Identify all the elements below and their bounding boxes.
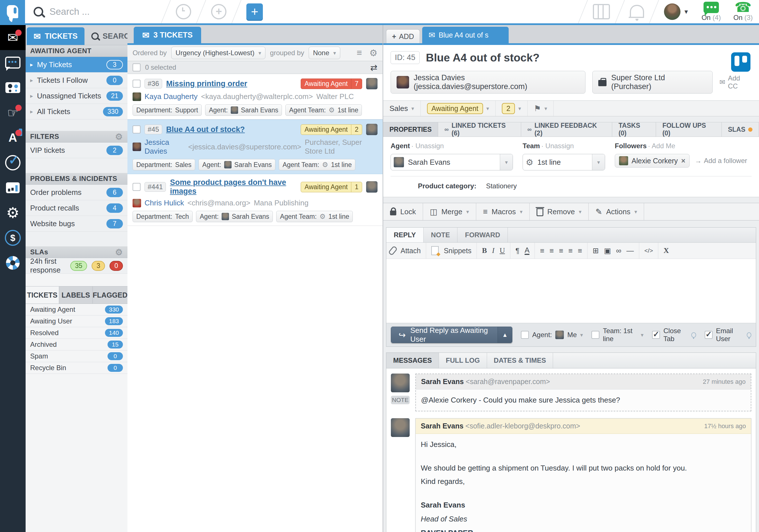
sidebar-item-order-problems[interactable]: Order problems 6 <box>25 184 128 200</box>
sidebar-item-website-bugs[interactable]: Website bugs 7 <box>25 216 128 231</box>
tab-status-tickets[interactable]: TICKETS <box>25 286 59 304</box>
trello-app-icon[interactable] <box>731 52 750 72</box>
email-user-option[interactable]: Email User <box>705 327 751 343</box>
close-tab-option[interactable]: Close Tab <box>652 327 696 343</box>
insert-table-button[interactable]: ⊞ <box>593 246 599 255</box>
set-team-option[interactable]: Team: 1st line ▾ <box>591 327 644 343</box>
status-item-resolved[interactable]: Resolved140 <box>25 327 128 339</box>
sidebar-item-product-recalls[interactable]: Product recalls 4 <box>25 200 128 216</box>
close-tab-checkbox[interactable] <box>652 331 660 339</box>
send-reply-button[interactable]: ↪ Send Reply as Awaiting User <box>391 327 498 343</box>
grouped-by-select[interactable]: None▾ <box>309 47 340 59</box>
tab-reply[interactable]: REPLY <box>386 227 423 242</box>
department-select[interactable]: Sales▾ <box>383 101 421 116</box>
flag-select[interactable]: ⚑▾ <box>528 101 554 116</box>
paragraph-style-button[interactable]: ¶ <box>515 246 519 255</box>
insert-image-button[interactable]: ▣ <box>604 246 611 255</box>
tab-tasks[interactable]: TASKS (0) <box>612 122 656 137</box>
tab-linked-feedback[interactable]: ∞LINKED FEEDBACK (2) <box>521 122 612 137</box>
expand-arrow-icon[interactable]: ▸ <box>30 61 33 68</box>
tab-ticket-list[interactable]: ✉3 TICKETS <box>134 27 201 43</box>
sidenav-item-help[interactable] <box>0 250 25 275</box>
tab-status-flagged[interactable]: FLAGGED <box>93 286 128 304</box>
requester-chip[interactable]: Jessica Davies (jessica.davies@superstor… <box>391 71 585 94</box>
tab-full-log[interactable]: FULL LOG <box>439 353 487 368</box>
global-search[interactable] <box>25 6 156 17</box>
search-input[interactable] <box>49 6 130 17</box>
agent-checkbox[interactable] <box>521 331 529 339</box>
ordered-by-select[interactable]: Urgency (Highest-Lowest)▾ <box>171 47 265 59</box>
sidebar-item-vip-tickets[interactable]: VIP tickets 2 <box>25 143 128 158</box>
add-follower-button[interactable]: → Add a follower <box>695 157 747 165</box>
status-item-recycle-bin[interactable]: Recycle Bin0 <box>25 362 128 374</box>
sidenav-item-contacts[interactable] <box>0 75 25 100</box>
italic-button[interactable]: I <box>492 246 495 255</box>
add-cc-button[interactable]: ✉ Add CC <box>719 74 752 90</box>
select-all-checkbox[interactable] <box>133 63 140 71</box>
follower-chip[interactable]: Alexie Corkery × <box>615 154 690 168</box>
sidenav-item-tasks[interactable] <box>0 150 25 175</box>
user-name[interactable]: Jessica Davies <box>144 138 185 156</box>
status-select[interactable]: Awaiting Agent▾ <box>421 101 496 116</box>
set-agent-option[interactable]: Agent: Me ▾ <box>521 331 583 339</box>
user-name[interactable]: Chris Hulick <box>144 199 184 207</box>
sidebar-item-unassigned-tickets[interactable]: ▸ Unassigned Tickets 21 <box>25 88 128 104</box>
gear-icon[interactable]: ⚙ <box>115 132 123 142</box>
ticket-checkbox[interactable] <box>133 183 140 191</box>
macros-button[interactable]: ≡Macros▾ <box>476 203 530 220</box>
tab-note[interactable]: NOTE <box>423 227 458 242</box>
lock-button[interactable]: Lock <box>383 203 423 220</box>
status-item-archived[interactable]: Archived15 <box>25 339 128 350</box>
font-color-button[interactable]: A <box>525 246 530 255</box>
list-view-icon[interactable]: ≡ <box>357 48 362 58</box>
agent-select[interactable]: Sarah Evans ▾ <box>391 154 513 170</box>
chat-status-toggle[interactable]: On (4) <box>701 2 721 21</box>
email-user-checkbox[interactable] <box>705 331 713 339</box>
indent-button[interactable]: ≡ <box>578 246 582 255</box>
reply-editor[interactable] <box>386 259 756 323</box>
attach-button[interactable]: Attach <box>401 247 421 255</box>
clear-format-button[interactable]: X <box>663 246 669 255</box>
tab-properties[interactable]: PROPERTIES <box>383 122 438 137</box>
horizontal-rule-button[interactable]: — <box>626 246 634 255</box>
tab-follow-ups[interactable]: FOLLOW UPS (0) <box>656 122 721 137</box>
ticket-checkbox[interactable] <box>133 125 140 134</box>
organization-chip[interactable]: Super Store Ltd (Purchaser) <box>592 71 713 94</box>
user-avatar[interactable] <box>664 3 680 20</box>
notifications-button[interactable] <box>630 7 644 17</box>
deskpro-logo[interactable] <box>0 0 25 23</box>
user-menu-caret-icon[interactable]: ▾ <box>685 8 688 16</box>
tab-messages[interactable]: MESSAGES <box>386 353 439 368</box>
sidenav-item-billing[interactable]: $ <box>0 225 25 250</box>
add-me-link[interactable]: Add Me <box>648 142 675 150</box>
status-item-spam[interactable]: Spam0 <box>25 350 128 362</box>
ticket-title-link[interactable]: Missing printing order <box>166 79 247 88</box>
numbered-list-button[interactable]: ≡ <box>559 246 563 255</box>
snippets-button[interactable]: Snippets <box>444 247 471 255</box>
sidenav-item-feedback[interactable]: ☞ <box>0 100 25 125</box>
sidebar-item-tickets-i-follow[interactable]: ▸ Tickets I Follow 0 <box>25 72 128 88</box>
tab-slas[interactable]: SLAS <box>722 122 759 137</box>
remove-follower-icon[interactable]: × <box>681 157 686 165</box>
sidenav-item-publish[interactable]: A <box>0 125 25 150</box>
tab-tickets[interactable]: ✉TICKETS <box>27 27 85 45</box>
underline-button[interactable]: U <box>499 246 505 255</box>
layout-columns-button[interactable] <box>593 4 610 20</box>
ticket-title-link[interactable]: Blue A4 out of stock? <box>166 125 245 134</box>
code-view-button[interactable]: </> <box>644 247 653 254</box>
new-tab-button[interactable]: + <box>246 3 263 20</box>
history-button[interactable] <box>176 4 191 20</box>
sidebar-item-sla-24h[interactable]: 24h first response 35 3 0 <box>25 258 128 274</box>
unassign-agent-link[interactable]: Unassign <box>411 142 444 150</box>
tab-dates-times[interactable]: DATES & TIMES <box>487 353 553 368</box>
sidebar-item-my-tickets[interactable]: ▸ My Tickets 3 <box>25 57 128 72</box>
sidebar-item-all-tickets[interactable]: ▸ All Tickets 330 <box>25 104 128 119</box>
tab-linked-tickets[interactable]: ∞LINKED TICKETS (6) <box>438 122 521 137</box>
phone-status-toggle[interactable]: ☎ On (3) <box>734 2 753 21</box>
tab-open-ticket[interactable]: ✉Blue A4 out of s <box>422 27 509 43</box>
tab-status-labels[interactable]: LABELS <box>59 286 93 304</box>
urgency-select[interactable]: 2▾ <box>496 101 527 116</box>
expand-arrow-icon[interactable]: ▸ <box>30 108 33 115</box>
sidenav-item-tickets[interactable]: ✉ <box>0 25 25 50</box>
snippet-icon[interactable] <box>431 246 439 255</box>
